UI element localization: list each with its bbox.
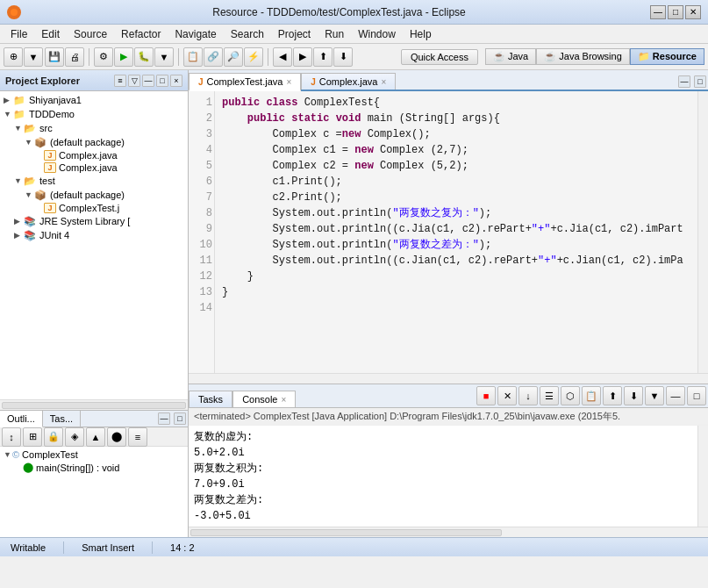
console-min-button[interactable]: —	[666, 386, 685, 405]
outline-method-label: main(String[]) : void	[36, 463, 119, 473]
folder-icon: 📂	[23, 175, 37, 187]
window-title: Resource - TDDDemo/test/ComplexTest.java…	[28, 6, 650, 18]
console-tb-8[interactable]: ⬇	[624, 386, 643, 405]
console-line-1: 复数的虚为:	[194, 429, 692, 445]
tab-tasks[interactable]: Tasks	[189, 391, 232, 407]
tree-item-complextest-java[interactable]: J ComplexTest.j	[2, 202, 186, 214]
console-line-3: 两复数之积为:	[194, 461, 692, 477]
console-scrollbar-v[interactable]	[697, 426, 708, 527]
editor-scrollbar-h[interactable]	[189, 373, 708, 384]
tb-btn-e[interactable]: ◀	[273, 47, 292, 67]
tree-item-src[interactable]: ▼ 📂 src	[2, 121, 186, 135]
close-button[interactable]: ✕	[685, 5, 701, 19]
run-button[interactable]: ▶	[114, 47, 133, 67]
outline-class-item[interactable]: ▼ © ComplexTest	[2, 448, 186, 461]
tree-item-test[interactable]: ▼ 📂 test	[2, 174, 186, 188]
editor-max-button[interactable]: □	[694, 75, 706, 88]
quick-access-button[interactable]: Quick Access	[401, 49, 478, 65]
tree-item-junit[interactable]: ▶ 📚 JUnit 4	[2, 228, 186, 242]
title-bar: Resource - TDDDemo/test/ComplexTest.java…	[0, 0, 708, 25]
tb-btn-b[interactable]: 🔗	[204, 47, 223, 67]
tb-btn-h[interactable]: ⬇	[333, 47, 353, 67]
tree-item-default-pkg-test[interactable]: ▼ 📦 (default package)	[2, 188, 186, 202]
panel-min-button[interactable]: —	[142, 75, 154, 87]
outline-tab-bar: Outli... Tas... — □	[0, 411, 188, 427]
tree-item-default-pkg-src[interactable]: ▼ 📦 (default package)	[2, 135, 186, 149]
editor-tab-complex[interactable]: J Complex.java ×	[301, 73, 396, 90]
panel-max-button[interactable]: □	[156, 75, 168, 87]
minimize-button[interactable]: —	[650, 5, 666, 19]
tb-btn-f[interactable]: ▶	[293, 47, 312, 67]
print-button[interactable]: 🖨	[65, 47, 84, 67]
status-insert-mode: Smart Insert	[78, 542, 138, 553]
menu-help[interactable]: Help	[403, 26, 439, 42]
menu-search[interactable]: Search	[224, 26, 271, 42]
tb-btn-2[interactable]: ▼	[24, 47, 43, 67]
tab-close-button[interactable]: ×	[381, 77, 386, 87]
maximize-button[interactable]: □	[668, 5, 683, 19]
menu-project[interactable]: Project	[271, 26, 318, 42]
console-clear-button[interactable]: ✕	[497, 386, 517, 405]
console-tb-7[interactable]: ⬆	[603, 386, 622, 405]
outline-method-item[interactable]: ⬤ main(String[]) : void	[2, 461, 186, 474]
menu-file[interactable]: File	[4, 26, 34, 42]
code-line-11: System.out.println("两复数之差为：");	[222, 237, 690, 253]
outline-min-button[interactable]: —	[158, 412, 170, 425]
tree-item-label: Complex.java	[59, 162, 118, 173]
window-controls[interactable]: — □ ✕	[650, 5, 701, 19]
console-tb-6[interactable]: 📋	[582, 386, 601, 405]
tree-item-jre[interactable]: ▶ 📚 JRE System Library [	[2, 214, 186, 228]
console-stop-button[interactable]: ■	[476, 386, 496, 405]
menu-refactor[interactable]: Refactor	[114, 26, 168, 42]
console-scroll-button[interactable]: ↓	[518, 386, 538, 405]
outline-tb-2[interactable]: ⊞	[23, 427, 42, 447]
menu-edit[interactable]: Edit	[34, 26, 67, 42]
menu-window[interactable]: Window	[351, 26, 403, 42]
run-config-button[interactable]: ⚙	[94, 47, 113, 67]
panel-menu-button[interactable]: ▽	[128, 75, 140, 87]
new-button[interactable]: ⊕	[4, 47, 23, 67]
collapse-all-button[interactable]: ≡	[114, 75, 126, 87]
console-tb-5[interactable]: ⬡	[561, 386, 580, 405]
menu-source[interactable]: Source	[67, 26, 114, 42]
tb-btn-a[interactable]: 📋	[183, 47, 203, 67]
tab-close-button[interactable]: ×	[286, 77, 291, 87]
console-tb-4[interactable]: ☰	[540, 386, 559, 405]
outline-tb-6[interactable]: ⬤	[107, 427, 126, 447]
editor-tab-complextest[interactable]: J ComplexTest.java ×	[189, 73, 301, 91]
tree-item-complex-java-1[interactable]: J Complex.java	[2, 149, 186, 161]
perspective-resource[interactable]: 📁 Resource	[630, 48, 704, 65]
menu-navigate[interactable]: Navigate	[168, 26, 223, 42]
panel-close-button[interactable]: ×	[170, 75, 182, 87]
tab-console[interactable]: Console ×	[232, 391, 296, 407]
code-editor: 12345 678910 11121314 public class Compl…	[189, 91, 708, 373]
outline-tb-4[interactable]: ◈	[65, 427, 84, 447]
run-dd-button[interactable]: ▼	[154, 47, 174, 67]
menu-run[interactable]: Run	[318, 26, 351, 42]
console-line-6: -3.0+5.0i	[194, 508, 692, 524]
tree-item-tdddemo[interactable]: ▼ 📁 TDDDemo	[2, 107, 186, 121]
outline-tb-3[interactable]: 🔒	[44, 427, 63, 447]
arrow-icon: ▶	[14, 231, 23, 240]
debug-button[interactable]: 🐛	[134, 47, 154, 67]
tree-item-complex-java-2[interactable]: J Complex.java	[2, 161, 186, 174]
outline-tb-1[interactable]: ↕	[2, 427, 21, 447]
tab-outline[interactable]: Outli...	[0, 411, 43, 427]
outline-tb-5[interactable]: ▲	[86, 427, 105, 447]
console-max-button[interactable]: □	[687, 386, 706, 405]
perspective-java[interactable]: ☕ Java	[485, 48, 536, 65]
editor-min-button[interactable]: —	[678, 75, 690, 88]
save-button[interactable]: 💾	[45, 47, 64, 67]
console-tab-close[interactable]: ×	[281, 395, 286, 405]
outline-tb-7[interactable]: ≡	[128, 427, 147, 447]
outline-max-button[interactable]: □	[174, 412, 186, 425]
console-tb-9[interactable]: ▼	[645, 386, 664, 405]
tb-btn-g[interactable]: ⬆	[313, 47, 333, 67]
tb-btn-c[interactable]: 🔎	[224, 47, 243, 67]
tab-tasks[interactable]: Tas...	[43, 411, 81, 427]
perspective-java-browsing[interactable]: ☕ Java Browsing	[536, 48, 630, 65]
editor-scrollbar-v[interactable]	[697, 91, 708, 373]
code-content[interactable]: public class ComplexTest{ public static …	[215, 91, 697, 373]
tree-item-shiyanjava1[interactable]: ▶ 📁 Shiyanjava1	[2, 93, 186, 107]
tb-btn-d[interactable]: ⚡	[244, 47, 263, 67]
